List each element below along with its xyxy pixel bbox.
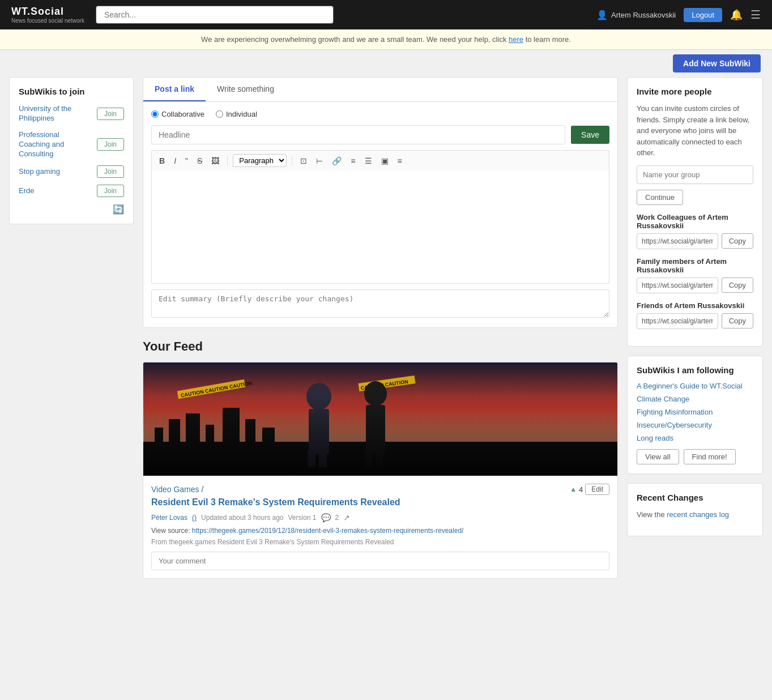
feed-version-0: Version 1 bbox=[288, 514, 317, 522]
join-button-1[interactable]: Join bbox=[97, 138, 124, 151]
following-item-3[interactable]: Insecure/Cybersecurity bbox=[637, 421, 753, 429]
radio-collaborative[interactable] bbox=[151, 110, 159, 118]
svg-rect-7 bbox=[245, 419, 255, 445]
invite-group-label-1: Family members of Artem Russakovskii bbox=[637, 257, 753, 274]
user-icon: 👤 bbox=[596, 10, 608, 20]
refresh-icon[interactable]: 🔄 bbox=[113, 204, 124, 214]
toolbar-strikethrough[interactable]: S bbox=[194, 155, 205, 167]
join-button-2[interactable]: Join bbox=[97, 165, 124, 178]
toolbar-media[interactable]: ▣ bbox=[378, 155, 391, 167]
invite-link-input-2[interactable] bbox=[637, 313, 718, 329]
continue-button[interactable]: Continue bbox=[637, 190, 683, 205]
feed-item-0: CAUTION CAUTION CAUTION CAUTION CAUTION bbox=[143, 362, 618, 579]
toolbar-bold[interactable]: B bbox=[156, 155, 168, 167]
toolbar-italic[interactable]: I bbox=[171, 155, 179, 167]
radio-individual[interactable] bbox=[216, 110, 223, 118]
feed-excerpt-0: From thegeek.games Resident Evil 3 Remak… bbox=[151, 538, 609, 546]
toolbar-image[interactable]: 🖼 bbox=[208, 155, 222, 167]
copy-button-0[interactable]: Copy bbox=[722, 233, 753, 249]
copy-button-2[interactable]: Copy bbox=[722, 313, 753, 328]
feed-source-url-0[interactable]: https://thegeek.games/2019/12/18/residen… bbox=[192, 527, 464, 535]
banner-text-after: to learn more. bbox=[523, 35, 571, 44]
add-subwiki-button[interactable]: Add New SubWiki bbox=[673, 54, 761, 72]
feed-talk-0[interactable]: () bbox=[192, 514, 197, 522]
edit-summary-input[interactable] bbox=[151, 289, 609, 318]
toolbar-link[interactable]: 🔗 bbox=[329, 155, 344, 167]
bell-icon[interactable]: 🔔 bbox=[730, 8, 743, 21]
subwiki-link-1[interactable]: Professional Coaching and Consulting bbox=[19, 130, 92, 159]
svg-rect-18 bbox=[366, 405, 385, 453]
your-feed: Your Feed bbox=[143, 339, 618, 579]
share-icon-0[interactable]: ↗ bbox=[343, 513, 350, 522]
toolbar-format[interactable]: ≡ bbox=[395, 155, 405, 167]
svg-rect-19 bbox=[365, 449, 372, 467]
following-title: SubWikis I am following bbox=[637, 365, 753, 375]
search-input[interactable] bbox=[96, 6, 334, 24]
invite-group-label-2: Friends of Artem Russakovskii bbox=[637, 301, 753, 310]
save-button[interactable]: Save bbox=[571, 126, 609, 144]
subwikis-following-list: A Beginner's Guide to WT.Social Climate … bbox=[637, 382, 753, 442]
radio-row: Collaborative Individual bbox=[151, 110, 609, 118]
banner-link[interactable]: here bbox=[509, 35, 523, 44]
right-sidebar: Invite more people You can invite custom… bbox=[627, 77, 763, 545]
following-item-1[interactable]: Climate Change bbox=[637, 395, 753, 403]
svg-rect-6 bbox=[223, 408, 240, 445]
subwiki-link-3[interactable]: Erde bbox=[19, 186, 34, 196]
toolbar-table1[interactable]: ⊡ bbox=[297, 155, 310, 167]
subwiki-item-0: University of the Philippines Join bbox=[19, 104, 124, 123]
header: WT.Social News focused social network 👤 … bbox=[0, 0, 772, 29]
hamburger-icon[interactable]: ☰ bbox=[750, 8, 761, 22]
radio-individual-label[interactable]: Individual bbox=[216, 110, 257, 118]
comment-icon-0: 💬 bbox=[321, 513, 331, 522]
find-more-button[interactable]: Find more! bbox=[684, 449, 736, 464]
subwikis-to-join-box: SubWikis to join University of the Phili… bbox=[9, 77, 134, 224]
toolbar-table2[interactable]: ⊢ bbox=[313, 155, 326, 167]
feed-top-row-0: Video Games / ▲ 4 Edit bbox=[151, 484, 609, 495]
edit-link-0[interactable]: Edit bbox=[585, 484, 609, 495]
tab-write-something[interactable]: Write something bbox=[206, 78, 285, 101]
post-tabs: Post a link Write something bbox=[143, 78, 617, 102]
feed-category-0[interactable]: Video Games bbox=[151, 485, 199, 494]
feed-item-body-0: Video Games / ▲ 4 Edit Resident Evil 3 R… bbox=[143, 476, 617, 578]
toolbar-list-ordered[interactable]: ≡ bbox=[348, 155, 358, 167]
invite-link-input-0[interactable] bbox=[637, 233, 718, 249]
tab-post-link[interactable]: Post a link bbox=[143, 78, 206, 101]
header-right: 👤 Artem Russakovskii Logout 🔔 ☰ bbox=[596, 8, 761, 22]
view-all-button[interactable]: View all bbox=[637, 449, 679, 464]
join-button-3[interactable]: Join bbox=[97, 185, 124, 197]
toolbar-list-unordered[interactable]: ☰ bbox=[362, 155, 375, 167]
radio-collaborative-label[interactable]: Collaborative bbox=[151, 110, 204, 118]
svg-point-13 bbox=[306, 383, 331, 410]
toolbar-quote[interactable]: " bbox=[182, 155, 191, 167]
toolbar-separator-1 bbox=[227, 156, 228, 166]
invite-link-input-1[interactable] bbox=[637, 278, 718, 293]
feed-item-title-0[interactable]: Resident Evil 3 Remake's System Requirem… bbox=[151, 496, 609, 509]
subwiki-link-2[interactable]: Stop gaming bbox=[19, 167, 60, 177]
toolbar-separator-2 bbox=[292, 156, 292, 166]
banner-text-before: We are experiencing overwhelming growth … bbox=[201, 35, 509, 44]
svg-rect-1 bbox=[143, 442, 617, 476]
feed-source-0: View source: https://thegeek.games/2019/… bbox=[151, 527, 609, 535]
following-item-2[interactable]: Fighting Misinformation bbox=[637, 408, 753, 416]
toolbar-paragraph-select[interactable]: Paragraph Heading 1 Heading 2 bbox=[233, 154, 287, 167]
copy-button-1[interactable]: Copy bbox=[722, 278, 753, 293]
subwiki-link-0[interactable]: University of the Philippines bbox=[19, 104, 92, 123]
svg-point-17 bbox=[364, 381, 387, 406]
feed-excerpt-from-0: From thegeek.games bbox=[151, 538, 215, 546]
following-item-4[interactable]: Long reads bbox=[637, 434, 753, 442]
svg-rect-20 bbox=[376, 449, 383, 467]
group-name-input[interactable] bbox=[637, 165, 753, 184]
logout-button[interactable]: Logout bbox=[684, 8, 722, 22]
following-btn-row: View all Find more! bbox=[637, 449, 753, 464]
headline-input[interactable] bbox=[151, 125, 565, 144]
svg-rect-4 bbox=[186, 413, 200, 445]
editor-body[interactable] bbox=[151, 170, 609, 284]
feed-author-0[interactable]: Péter Lovas bbox=[151, 514, 187, 522]
invite-group-label-0: Work Colleagues of Artem Russakovskii bbox=[637, 213, 753, 230]
join-button-0[interactable]: Join bbox=[97, 108, 124, 120]
svg-rect-3 bbox=[169, 419, 180, 445]
comment-input-0[interactable] bbox=[151, 552, 609, 570]
following-item-0[interactable]: A Beginner's Guide to WT.Social bbox=[637, 382, 753, 390]
radio-collaborative-text: Collaborative bbox=[161, 110, 204, 118]
recent-changes-link[interactable]: recent changes log bbox=[667, 510, 729, 519]
